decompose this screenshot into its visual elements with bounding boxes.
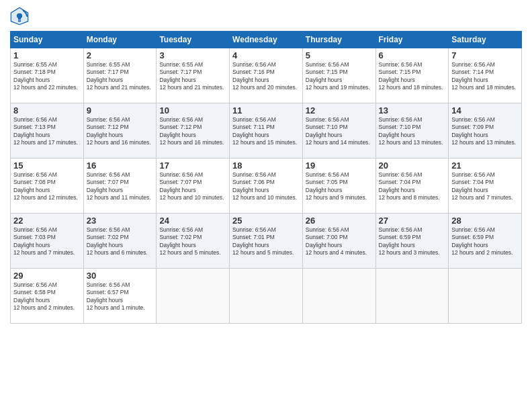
day-number: 24	[159, 216, 226, 226]
col-saturday: Saturday	[449, 32, 522, 48]
table-row	[302, 269, 375, 324]
header	[10, 7, 522, 26]
table-row: 23Sunrise: 6:56 AMSunset: 7:02 PMDayligh…	[83, 214, 157, 269]
day-info: Sunrise: 6:56 AMSunset: 7:12 PMDaylight …	[159, 116, 226, 147]
table-row	[375, 269, 449, 324]
calendar-week-row: 8Sunrise: 6:56 AMSunset: 7:13 PMDaylight…	[11, 103, 522, 158]
day-number: 29	[13, 271, 81, 281]
day-number: 14	[451, 105, 519, 116]
table-row: 3Sunrise: 6:55 AMSunset: 7:17 PMDaylight…	[157, 48, 230, 103]
table-row: 12Sunrise: 6:56 AMSunset: 7:10 PMDayligh…	[302, 103, 375, 158]
col-friday: Friday	[375, 32, 449, 48]
day-number: 16	[87, 161, 154, 171]
day-info: Sunrise: 6:56 AMSunset: 6:59 PMDaylight …	[379, 226, 446, 257]
day-info: Sunrise: 6:56 AMSunset: 7:00 PMDaylight …	[306, 226, 373, 257]
logo-icon	[10, 7, 29, 26]
table-row: 2Sunrise: 6:55 AMSunset: 7:17 PMDaylight…	[83, 48, 157, 103]
day-info: Sunrise: 6:56 AMSunset: 7:15 PMDaylight …	[379, 61, 446, 92]
day-info: Sunrise: 6:55 AMSunset: 7:17 PMDaylight …	[159, 61, 226, 92]
calendar-week-row: 1Sunrise: 6:55 AMSunset: 7:18 PMDaylight…	[11, 48, 522, 103]
day-number: 8	[13, 105, 81, 116]
day-number: 19	[306, 161, 373, 171]
day-number: 27	[379, 216, 446, 226]
day-info: Sunrise: 6:56 AMSunset: 7:12 PMDaylight …	[87, 116, 154, 147]
table-row: 24Sunrise: 6:56 AMSunset: 7:02 PMDayligh…	[157, 214, 230, 269]
day-number: 1	[13, 50, 81, 60]
col-tuesday: Tuesday	[157, 32, 230, 48]
table-row: 15Sunrise: 6:56 AMSunset: 7:08 PMDayligh…	[11, 158, 84, 214]
header-row: Sunday Monday Tuesday Wednesday Thursday…	[11, 32, 522, 48]
day-info: Sunrise: 6:56 AMSunset: 7:01 PMDaylight …	[232, 226, 300, 257]
table-row: 22Sunrise: 6:56 AMSunset: 7:03 PMDayligh…	[11, 214, 84, 269]
table-row: 27Sunrise: 6:56 AMSunset: 6:59 PMDayligh…	[375, 214, 449, 269]
day-info: Sunrise: 6:56 AMSunset: 7:09 PMDaylight …	[451, 116, 519, 147]
day-info: Sunrise: 6:56 AMSunset: 7:02 PMDaylight …	[159, 226, 226, 257]
day-info: Sunrise: 6:56 AMSunset: 7:03 PMDaylight …	[13, 226, 81, 257]
calendar-week-row: 29Sunrise: 6:56 AMSunset: 6:58 PMDayligh…	[11, 269, 522, 324]
day-number: 28	[451, 216, 519, 226]
table-row	[157, 269, 230, 324]
svg-rect-2	[18, 20, 21, 21]
day-info: Sunrise: 6:56 AMSunset: 7:07 PMDaylight …	[87, 171, 154, 202]
day-number: 17	[159, 161, 226, 171]
calendar-table: Sunday Monday Tuesday Wednesday Thursday…	[10, 31, 522, 324]
table-row: 28Sunrise: 6:56 AMSunset: 6:59 PMDayligh…	[449, 214, 522, 269]
day-info: Sunrise: 6:56 AMSunset: 7:16 PMDaylight …	[232, 61, 300, 92]
day-info: Sunrise: 6:56 AMSunset: 6:59 PMDaylight …	[451, 226, 519, 257]
day-number: 4	[232, 50, 300, 60]
table-row: 4Sunrise: 6:56 AMSunset: 7:16 PMDaylight…	[230, 48, 303, 103]
day-info: Sunrise: 6:56 AMSunset: 7:05 PMDaylight …	[306, 171, 373, 202]
table-row: 20Sunrise: 6:56 AMSunset: 7:04 PMDayligh…	[375, 158, 449, 214]
day-number: 22	[13, 216, 81, 226]
table-row: 13Sunrise: 6:56 AMSunset: 7:10 PMDayligh…	[375, 103, 449, 158]
table-row: 16Sunrise: 6:56 AMSunset: 7:07 PMDayligh…	[83, 158, 157, 214]
table-row: 8Sunrise: 6:56 AMSunset: 7:13 PMDaylight…	[11, 103, 84, 158]
day-info: Sunrise: 6:56 AMSunset: 7:02 PMDaylight …	[87, 226, 154, 257]
table-row	[230, 269, 303, 324]
table-row: 10Sunrise: 6:56 AMSunset: 7:12 PMDayligh…	[157, 103, 230, 158]
calendar-body: 1Sunrise: 6:55 AMSunset: 7:18 PMDaylight…	[11, 48, 522, 324]
day-number: 15	[13, 161, 81, 171]
table-row	[449, 269, 522, 324]
day-info: Sunrise: 6:56 AMSunset: 7:04 PMDaylight …	[379, 171, 446, 202]
calendar-week-row: 15Sunrise: 6:56 AMSunset: 7:08 PMDayligh…	[11, 158, 522, 214]
table-row: 26Sunrise: 6:56 AMSunset: 7:00 PMDayligh…	[302, 214, 375, 269]
day-number: 10	[159, 105, 226, 116]
day-number: 11	[232, 105, 300, 116]
day-info: Sunrise: 6:56 AMSunset: 7:15 PMDaylight …	[306, 61, 373, 92]
day-info: Sunrise: 6:56 AMSunset: 6:58 PMDaylight …	[13, 281, 81, 312]
day-number: 6	[379, 50, 446, 60]
table-row: 21Sunrise: 6:56 AMSunset: 7:04 PMDayligh…	[449, 158, 522, 214]
day-info: Sunrise: 6:55 AMSunset: 7:17 PMDaylight …	[87, 61, 154, 92]
day-number: 21	[451, 161, 519, 171]
table-row: 9Sunrise: 6:56 AMSunset: 7:12 PMDaylight…	[83, 103, 157, 158]
day-info: Sunrise: 6:56 AMSunset: 7:10 PMDaylight …	[379, 116, 446, 147]
table-row: 30Sunrise: 6:56 AMSunset: 6:57 PMDayligh…	[83, 269, 157, 324]
table-row: 18Sunrise: 6:56 AMSunset: 7:06 PMDayligh…	[230, 158, 303, 214]
calendar-week-row: 22Sunrise: 6:56 AMSunset: 7:03 PMDayligh…	[11, 214, 522, 269]
day-info: Sunrise: 6:56 AMSunset: 7:07 PMDaylight …	[159, 171, 226, 202]
day-number: 25	[232, 216, 300, 226]
day-info: Sunrise: 6:56 AMSunset: 7:06 PMDaylight …	[232, 171, 300, 202]
day-info: Sunrise: 6:55 AMSunset: 7:18 PMDaylight …	[13, 61, 81, 92]
day-number: 12	[306, 105, 373, 116]
table-row: 25Sunrise: 6:56 AMSunset: 7:01 PMDayligh…	[230, 214, 303, 269]
day-info: Sunrise: 6:56 AMSunset: 7:08 PMDaylight …	[13, 171, 81, 202]
day-number: 18	[232, 161, 300, 171]
table-row: 1Sunrise: 6:55 AMSunset: 7:18 PMDaylight…	[11, 48, 84, 103]
table-row: 19Sunrise: 6:56 AMSunset: 7:05 PMDayligh…	[302, 158, 375, 214]
col-thursday: Thursday	[302, 32, 375, 48]
day-info: Sunrise: 6:56 AMSunset: 6:57 PMDaylight …	[87, 281, 154, 312]
logo	[10, 7, 32, 26]
day-number: 20	[379, 161, 446, 171]
day-number: 7	[451, 50, 519, 60]
day-info: Sunrise: 6:56 AMSunset: 7:04 PMDaylight …	[451, 171, 519, 202]
table-row: 7Sunrise: 6:56 AMSunset: 7:14 PMDaylight…	[449, 48, 522, 103]
page: Sunday Monday Tuesday Wednesday Thursday…	[0, 0, 532, 411]
col-sunday: Sunday	[11, 32, 84, 48]
table-row: 5Sunrise: 6:56 AMSunset: 7:15 PMDaylight…	[302, 48, 375, 103]
day-number: 5	[306, 50, 373, 60]
table-row: 17Sunrise: 6:56 AMSunset: 7:07 PMDayligh…	[157, 158, 230, 214]
day-info: Sunrise: 6:56 AMSunset: 7:14 PMDaylight …	[451, 61, 519, 92]
table-row: 11Sunrise: 6:56 AMSunset: 7:11 PMDayligh…	[230, 103, 303, 158]
